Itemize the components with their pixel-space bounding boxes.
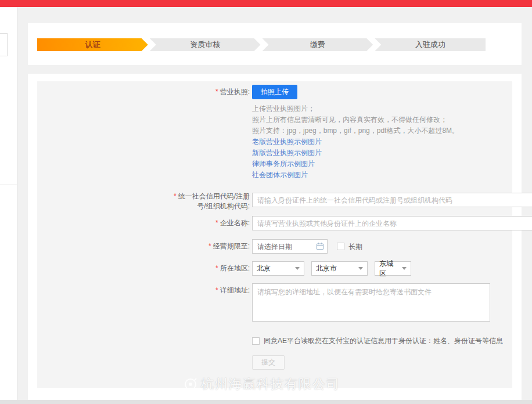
onboarding-stepper: 认证 资质审核 缴费 入驻成功 [37, 38, 486, 51]
district-select[interactable]: 东城区 [375, 261, 411, 276]
required-asterisk: * [174, 192, 177, 200]
photo-upload-button[interactable]: 拍照上传 [252, 85, 297, 99]
license-help-line: 上传营业执照图片； [252, 103, 459, 114]
old-license-example-link[interactable]: 老版营业执照示例图片 [252, 138, 322, 146]
long-term-label: 长期 [348, 243, 362, 251]
chevron-down-icon [402, 267, 407, 270]
left-panel-edge [0, 7, 17, 404]
district-select-value: 东城区 [379, 259, 398, 279]
step-qualification-review: 资质审核 [150, 38, 261, 51]
left-panel-box [0, 33, 8, 56]
expiry-label: *经营期限至: [37, 239, 250, 254]
required-asterisk: * [215, 286, 218, 294]
required-asterisk: * [209, 242, 211, 250]
long-term-checkbox[interactable] [337, 243, 344, 250]
region-label: *所在地区: [37, 261, 250, 276]
city-select-value: 北京市 [316, 264, 337, 273]
expiry-date-field[interactable] [252, 239, 328, 254]
alipay-agreement-checkbox[interactable] [252, 337, 260, 345]
alipay-agreement-label: 同意AE平台读取您在支付宝的认证信息用于身份认证：姓名、身份证号等信息 [264, 337, 532, 345]
license-help-block: 上传营业执照图片； 照片上所有信息需清晰可见，内容真实有效，不得做任何修改； 照… [252, 103, 459, 181]
province-select[interactable]: 北京 [252, 261, 304, 276]
steps-card: 认证 资质审核 缴费 入驻成功 [28, 23, 522, 65]
company-name-input[interactable] [252, 216, 532, 230]
submit-button[interactable]: 提交 [252, 355, 285, 370]
left-panel-divider [0, 185, 17, 185]
company-name-label: *企业名称: [37, 216, 250, 230]
chevron-down-icon [295, 267, 300, 270]
address-textarea[interactable] [252, 283, 490, 322]
license-help-line: 照片上所有信息需清晰可见，内容真实有效，不得做任何修改； [252, 114, 459, 125]
seller-onboarding-page: 认证 资质审核 缴费 入驻成功 *营业执照: 拍照上传 上传营业执照图片； 照片… [0, 0, 532, 404]
calendar-icon[interactable] [316, 242, 324, 252]
chevron-down-icon [358, 267, 363, 270]
bottom-strip [0, 400, 532, 404]
law-firm-example-link[interactable]: 律师事务所示例图片 [252, 160, 315, 168]
new-license-example-link[interactable]: 新版营业执照示例图片 [252, 149, 322, 157]
form-card: *营业执照: 拍照上传 上传营业执照图片； 照片上所有信息需清晰可见，内容真实有… [28, 74, 522, 400]
province-select-value: 北京 [257, 264, 271, 273]
step-entry-success: 入驻成功 [375, 38, 486, 51]
address-label: *详细地址: [37, 283, 250, 298]
credit-code-label: *统一社会信用代码/注册 号/组织机构代码: [37, 192, 250, 211]
step-authentication: 认证 [37, 38, 148, 51]
social-group-example-link[interactable]: 社会团体示例图片 [252, 171, 308, 179]
city-select[interactable]: 北京市 [311, 261, 368, 276]
required-asterisk: * [215, 88, 218, 96]
business-license-label: *营业执照: [37, 85, 250, 99]
form-panel: *营业执照: 拍照上传 上传营业执照图片； 照片上所有信息需清晰可见，内容真实有… [37, 81, 512, 388]
required-asterisk: * [215, 264, 218, 272]
required-asterisk: * [215, 219, 218, 227]
step-payment: 缴费 [263, 38, 373, 51]
license-help-line: 照片支持：jpg，jpeg，bmp，gif，png，pdf格式，大小不超过8M。 [252, 125, 459, 136]
credit-code-input[interactable] [252, 193, 532, 207]
top-banner [0, 0, 532, 7]
